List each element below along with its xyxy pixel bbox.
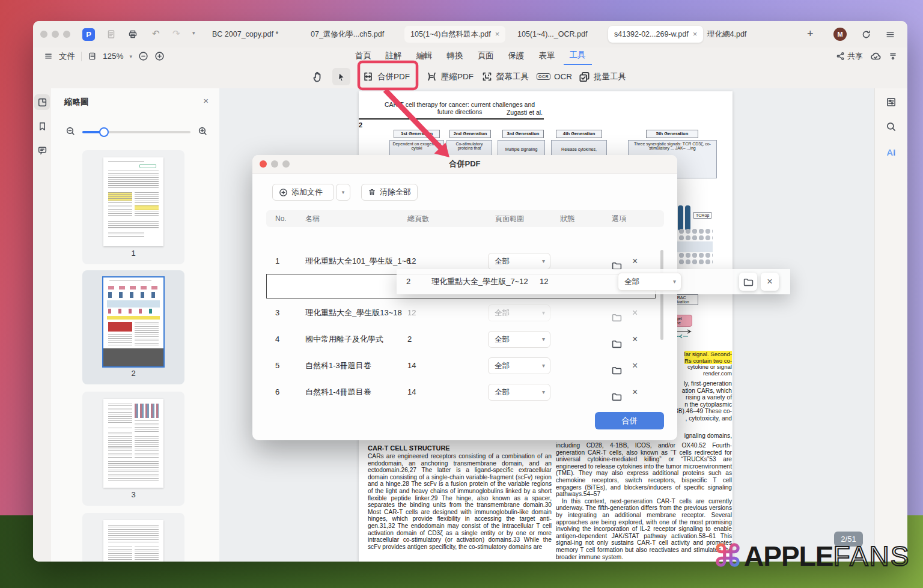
thumbnail-page-2-selected[interactable]: 2 <box>82 270 184 384</box>
batch-tools-button[interactable]: 批量工具 <box>579 68 626 85</box>
figure-generation-5-label: 5th Generation <box>646 130 698 138</box>
tab-bc-2007-copy[interactable]: BC 2007_copy.pdf * <box>206 26 284 43</box>
thumbnail-page-1[interactable]: 1 <box>82 150 184 264</box>
remove-file-icon[interactable]: × <box>632 327 638 352</box>
tab-105-ocr[interactable]: 105(1~4)..._OCR.pdf <box>511 26 593 43</box>
window-menu-icon[interactable] <box>885 29 895 42</box>
figure-membrane <box>672 228 713 241</box>
page-range-dropdown[interactable]: 全部 ▾ <box>618 273 681 291</box>
compress-pdf-button[interactable]: 壓縮PDF <box>426 68 474 85</box>
merge-row-3[interactable]: 3 理化重點大全_學生版13~18 12 全部▾ × <box>266 300 664 326</box>
comments-panel-button[interactable] <box>34 142 50 158</box>
remove-file-icon[interactable]: × <box>632 380 638 402</box>
merge-row-6[interactable]: 6 自然科1-4冊題目卷 14 全部▾ × <box>266 380 664 402</box>
figure-membrane-band <box>672 241 713 252</box>
thumbnail-page-4[interactable]: 4 <box>82 513 184 562</box>
thumbnails-panel-button[interactable] <box>34 94 50 110</box>
document-icon[interactable] <box>106 29 116 41</box>
tab-07-ch5[interactable]: 07_選修化學...ch5.pdf <box>305 26 390 43</box>
menu-convert[interactable]: 轉換 <box>441 47 469 65</box>
collapse-toolbar-icon[interactable] <box>888 52 898 61</box>
figure-generation-1-label: 1st Generation <box>394 130 440 138</box>
reveal-file-icon[interactable] <box>739 273 757 291</box>
tab-lihua-zong4[interactable]: 理化總4.pdf <box>701 26 752 43</box>
thumb-zoom-out-icon[interactable] <box>65 126 76 136</box>
left-icon-rail <box>33 88 51 562</box>
ocr-icon: OCR <box>537 73 550 80</box>
header-rule <box>359 118 544 120</box>
history-caret-icon[interactable]: ▾ <box>192 30 195 36</box>
hand-icon <box>312 71 324 83</box>
menu-edit[interactable]: 編輯 <box>410 47 439 65</box>
dialog-minimize-button[interactable] <box>271 160 278 168</box>
dialog-zoom-button[interactable] <box>282 160 290 168</box>
merge-row-5[interactable]: 5 自然科1-3冊題目卷 14 全部▾ × <box>266 353 664 378</box>
sync-icon[interactable] <box>861 29 871 42</box>
new-tab-icon[interactable]: + <box>807 28 814 40</box>
menu-protect[interactable]: 保護 <box>502 47 531 65</box>
figure-membrane <box>672 252 713 265</box>
properties-panel-button[interactable] <box>883 94 899 110</box>
tab-105-question-book[interactable]: 105(1~4)自然科題本.pdf× <box>404 26 505 43</box>
slider-knob[interactable] <box>99 127 109 137</box>
caret-down-icon: ▾ <box>542 305 545 321</box>
cloud-sync-icon[interactable] <box>870 51 881 62</box>
remove-file-icon[interactable]: × <box>632 300 638 326</box>
window-minimize-button[interactable] <box>52 31 59 38</box>
thumb-zoom-in-icon[interactable] <box>198 126 208 136</box>
tab-close-icon[interactable]: × <box>495 29 500 38</box>
search-panel-button[interactable] <box>883 119 899 135</box>
menubar: 文件 125% ▾ 首頁 註解 編輯 轉換 頁面 保護 表單 工具 <box>33 47 907 65</box>
page-range-dropdown[interactable]: 全部▾ <box>488 305 550 321</box>
menu-page[interactable]: 頁面 <box>472 47 500 65</box>
col-options: 選項 <box>612 210 626 227</box>
window-zoom-button[interactable] <box>63 31 70 38</box>
plus-circle-icon <box>279 188 288 197</box>
clear-all-button[interactable]: 清除全部 <box>361 184 418 201</box>
dragged-merge-row-2[interactable]: 2 理化重點大全_學生版_7~12 12 全部 ▾ × <box>397 269 790 294</box>
page-range-dropdown[interactable]: 全部▾ <box>488 253 550 270</box>
col-pages: 總頁數 <box>407 210 429 227</box>
figure-car-receptor-shape <box>678 205 683 231</box>
thumbnail-image <box>103 399 163 488</box>
undo-icon[interactable]: ↶ <box>152 28 160 39</box>
page-range-dropdown[interactable]: 全部▾ <box>488 331 550 348</box>
redo-icon[interactable]: ↷ <box>172 28 180 39</box>
bookmarks-panel-button[interactable] <box>34 118 50 134</box>
tab-close-icon[interactable]: × <box>693 29 698 38</box>
menu-form[interactable]: 表單 <box>533 47 561 65</box>
thumbnail-page-3[interactable]: 3 <box>82 392 184 506</box>
screen-tools-button[interactable]: 螢幕工具 <box>481 68 529 85</box>
merge-pdf-button[interactable]: 合併PDF <box>362 68 410 85</box>
panel-close-icon[interactable]: × <box>203 95 209 106</box>
merge-row-4[interactable]: 4 國中常用離子及化學式 2 全部▾ × <box>266 327 664 352</box>
caret-down-icon: ▾ <box>542 332 545 347</box>
page-range-dropdown[interactable]: 全部▾ <box>488 357 550 374</box>
share-button[interactable]: 共享 <box>836 51 863 62</box>
remove-file-icon[interactable]: × <box>632 353 638 378</box>
ai-panel-button[interactable]: AI <box>883 144 899 160</box>
page-range-dropdown[interactable]: 全部▾ <box>488 384 550 401</box>
thumbnail-size-slider[interactable] <box>82 131 190 133</box>
window-close-button[interactable] <box>40 31 47 38</box>
add-files-caret-button[interactable]: ▾ <box>336 184 350 201</box>
ocr-button[interactable]: OCR OCR <box>537 68 572 85</box>
hand-tool-button[interactable] <box>312 68 324 85</box>
table-scrollbar[interactable] <box>660 250 663 340</box>
dialog-close-button[interactable] <box>260 160 267 168</box>
menu-home[interactable]: 首頁 <box>349 47 377 65</box>
merge-confirm-button[interactable]: 合併 <box>595 412 664 429</box>
user-avatar[interactable]: M <box>833 28 847 41</box>
tab-s41392-active[interactable]: s41392-02...269-w.pdf× <box>608 26 703 43</box>
bookmark-icon <box>37 121 47 132</box>
merge-table-header: No. 名稱 總頁數 頁面範圍 狀態 選項 <box>266 210 664 227</box>
reveal-file-icon[interactable] <box>612 387 622 402</box>
select-tool-button[interactable] <box>332 68 350 85</box>
print-icon[interactable] <box>128 29 138 41</box>
add-files-button[interactable]: 添加文件 <box>272 184 334 201</box>
thumbnails-panel-title: 縮略圖 <box>64 97 89 108</box>
menu-annotate[interactable]: 註解 <box>380 47 408 65</box>
menu-tools[interactable]: 工具 <box>564 47 592 65</box>
remove-file-icon[interactable]: × <box>761 273 779 291</box>
dialog-titlebar[interactable]: 合併PDF <box>252 155 677 174</box>
